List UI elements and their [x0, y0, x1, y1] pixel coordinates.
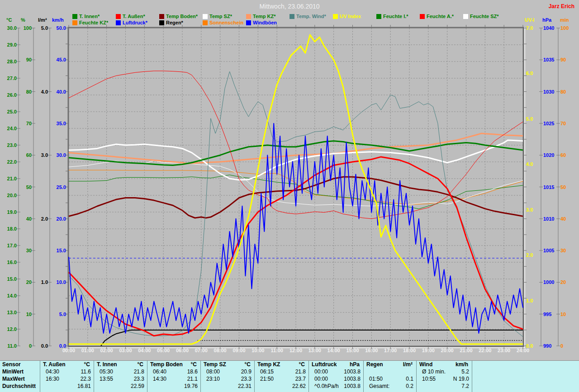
stat-time: 23:10	[206, 375, 220, 383]
stat-time: 05:30	[100, 368, 113, 375]
x-tick-label: 05:00	[154, 348, 172, 353]
tick-lm2: 1.0	[28, 280, 48, 285]
tick-c: 25.0	[0, 109, 17, 114]
stat-time: 10:55	[422, 375, 436, 383]
x-tick-label: 13:00	[306, 348, 324, 353]
stat-time: 14:30	[153, 375, 166, 383]
tick-c: 21.0	[0, 176, 17, 181]
x-tick-label: 06:00	[173, 348, 191, 353]
x-tick-label: 17:00	[381, 348, 399, 353]
stat-time: 13:55	[100, 375, 113, 383]
tick-min: 10	[560, 312, 579, 317]
stat-value: 7.2	[461, 383, 469, 390]
x-tick-label: 20:00	[438, 348, 456, 353]
x-tick-label: 01:00	[79, 348, 97, 353]
x-tick-label: 10:00	[249, 348, 267, 353]
stat-row: 05:3021.8	[94, 368, 147, 375]
stat-value: 1003.8	[344, 383, 361, 390]
sensor-name: Temp SZ	[204, 361, 226, 368]
sensor-name: Temp KZ	[257, 361, 280, 368]
chart-canvas[interactable]	[0, 0, 579, 392]
tick-c: 18.0	[0, 227, 17, 231]
sensor-name: Wind	[419, 361, 432, 368]
stat-value: 11.6	[81, 368, 91, 375]
tick-min: 40	[560, 217, 579, 222]
tick-kmh: 25.0	[47, 185, 66, 190]
weather-app-window: Mittwoch, 23.06.2010 Jarz Erich T. Innen…	[0, 0, 579, 392]
tick-c: 20.0	[0, 193, 17, 198]
tick-uv: 2.0	[526, 253, 546, 258]
stat-row: 16.81	[40, 383, 94, 390]
stat-row: 16:3022.3	[40, 375, 94, 383]
tick-lm2: 3.0	[28, 153, 48, 158]
x-tick-label: 15:00	[344, 348, 362, 353]
table-group-regen: Regenl/m²01:500.1Gesamt:0.2	[363, 361, 416, 392]
tick-kmh: 15.0	[47, 248, 66, 253]
x-tick-label: 12:00	[287, 348, 305, 353]
stat-row: 19.76	[147, 383, 200, 390]
stat-row: 22.62	[255, 383, 308, 390]
x-tick-label: 00:00	[60, 348, 78, 353]
stat-row: 04:3011.6	[40, 368, 94, 375]
stat-row: 00:001003.8	[309, 375, 363, 383]
stat-value: 0.2	[406, 383, 413, 390]
x-tick-label: 18:00	[400, 348, 418, 353]
sensor-name: Luftdruck	[312, 361, 337, 368]
tick-c: 17.0	[0, 243, 17, 248]
stat-value: 20.9	[241, 368, 252, 375]
x-tick-label: 07:00	[192, 348, 210, 353]
stat-value: 22.3	[81, 375, 91, 383]
stat-time: 01:50	[369, 375, 383, 383]
stat-row: 22.31	[201, 383, 254, 390]
stat-row: 23:1023.3	[201, 375, 254, 383]
tick-lm2: 5.0	[28, 26, 48, 31]
tick-min: 20	[560, 280, 579, 285]
stat-value: 22.62	[292, 383, 306, 390]
tick-lm2: 2.0	[28, 217, 48, 222]
table-row-label: MaxWert	[0, 375, 40, 383]
sensor-name: Regen	[366, 361, 383, 368]
tick-min: 0	[560, 344, 579, 349]
stat-row: ^0.0hPa/h1003.8	[309, 383, 363, 390]
tick-uv: 3.0	[526, 208, 546, 213]
tick-min: 70	[560, 121, 579, 126]
tick-lm2: 0.0	[28, 344, 48, 349]
stat-row: 7.2	[417, 383, 472, 390]
stat-value: 23.3	[241, 375, 252, 383]
tick-pct: 50	[12, 185, 32, 190]
stat-row	[364, 368, 416, 375]
x-tick-label: 14:00	[325, 348, 343, 353]
table-group-temp-boden: Temp Boden°C06:4018.614:3021.119.76	[147, 361, 200, 392]
tick-kmh: 30.0	[47, 153, 66, 158]
tick-c: 16.0	[0, 260, 17, 265]
stat-row: 10:55N 19.0	[417, 375, 472, 383]
stat-time: 16:30	[46, 375, 59, 383]
tick-min: 30	[560, 248, 579, 253]
sensor-unit: hPa	[350, 361, 360, 368]
x-tick-label: 22:00	[476, 348, 494, 353]
tick-uv: 1.0	[526, 298, 546, 303]
tick-c: 12.0	[0, 327, 17, 332]
stat-row: Ø 10 min.5.2	[417, 368, 472, 375]
sensor-unit: km/h	[456, 361, 468, 368]
tick-kmh: 45.0	[47, 57, 66, 62]
stat-row: 00:001003.8	[309, 368, 363, 375]
table-row-label: MinWert	[0, 368, 40, 375]
sensor-unit: °C	[191, 361, 197, 368]
x-tick-label: 21:00	[457, 348, 475, 353]
table-group-wind: Windkm/hØ 10 min.5.210:55N 19.07.2	[416, 361, 472, 392]
table-row-labels: SensorMinWertMaxWertDurchschnitt	[0, 361, 40, 392]
stat-time: 00:00	[314, 368, 328, 375]
sensor-name: T. Innen	[97, 361, 117, 368]
table-group-t-innen: T. Innen°C05:3021.813:5523.322.59	[94, 361, 147, 392]
stat-value: 5.2	[461, 368, 469, 375]
stat-value: 18.6	[187, 368, 198, 375]
tick-pct: 10	[12, 312, 32, 317]
tick-kmh: 10.0	[47, 280, 66, 285]
table-group-t-au-en: T. Außen°C04:3011.616:3022.316.81	[40, 361, 94, 392]
x-tick-label: 19:00	[419, 348, 437, 353]
stats-table: SensorMinWertMaxWertDurchschnittT. Außen…	[0, 360, 579, 392]
tick-c: 22.0	[0, 160, 17, 165]
stat-row: 22.59	[94, 383, 147, 390]
sensor-name: Temp Boden	[150, 361, 183, 368]
